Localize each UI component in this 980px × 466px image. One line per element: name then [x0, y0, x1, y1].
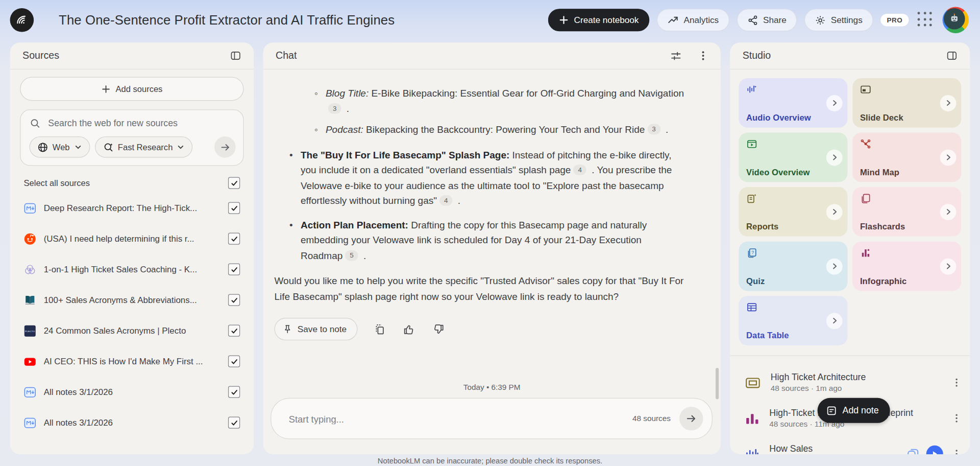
note-add-icon [826, 405, 837, 416]
chat-panel-title: Chat [276, 50, 297, 61]
quiz-card[interactable]: ? Quiz [739, 242, 847, 291]
copy-icon[interactable] [372, 322, 386, 336]
citation-chip[interactable]: 5 [345, 250, 358, 261]
pin-icon [282, 324, 292, 334]
chevron-right-icon[interactable] [826, 258, 843, 274]
source-row[interactable]: All notes 3/1/2026 [24, 407, 240, 438]
citation-chip[interactable]: 3 [647, 124, 660, 134]
save-to-note-button[interactable]: Save to note [275, 318, 357, 340]
thumbs-down-icon[interactable] [431, 322, 445, 336]
flashcards-card[interactable]: Flashcards [852, 187, 961, 237]
web-filter-dropdown[interactable]: Web [30, 136, 90, 158]
note-row[interactable]: High Ticket Architecture 48 sources · 1m… [745, 365, 964, 401]
reddit-icon [24, 232, 36, 245]
source-row[interactable]: All notes 3/1/2026 [24, 377, 240, 407]
sources-list: Deep Research Report: The High-Tick... (… [20, 193, 243, 438]
chat-sub-bullet: Blog Title: E-Bike Bikepacking: Essentia… [314, 86, 685, 116]
chevron-right-icon[interactable] [940, 258, 957, 274]
source-checkbox[interactable] [228, 202, 240, 214]
note-row-audio[interactable]: How Sales 48 sources · [745, 436, 964, 454]
mind-map-card[interactable]: Mind Map [852, 133, 961, 182]
interactive-mode-icon[interactable] [906, 447, 920, 454]
chat-scrollbar[interactable] [716, 368, 719, 399]
thumbs-up-icon[interactable] [402, 322, 416, 336]
citation-chip[interactable]: 3 [328, 103, 341, 113]
source-checkbox[interactable] [228, 233, 240, 245]
reports-card[interactable]: Reports [739, 187, 847, 237]
share-icon [747, 15, 758, 26]
chevron-right-icon[interactable] [826, 204, 843, 220]
infographic-icon [860, 247, 955, 259]
chevron-right-icon[interactable] [940, 149, 957, 166]
search-submit-button[interactable] [214, 136, 236, 158]
source-checkbox[interactable] [228, 294, 240, 306]
collapse-studio-panel-icon[interactable] [944, 48, 960, 64]
infographic-card[interactable]: Infographic [852, 242, 961, 291]
collapse-sources-panel-icon[interactable] [228, 48, 244, 64]
chevron-right-icon[interactable] [826, 95, 843, 111]
settings-button[interactable]: Settings [804, 9, 873, 31]
notebooklm-app: The One-Sentence Profit Extractor and AI… [0, 0, 980, 466]
add-sources-button[interactable]: Add sources [20, 77, 243, 101]
studio-panel-title: Studio [743, 50, 771, 61]
svg-text:?: ? [751, 250, 754, 255]
app-header: The One-Sentence Profit Extractor and AI… [0, 0, 980, 40]
source-checkbox[interactable] [228, 386, 240, 398]
source-row[interactable]: AI CEO: THIS is How I'd Make My First ..… [24, 346, 240, 377]
video-overview-card[interactable]: Video Overview [739, 133, 847, 182]
source-checkbox[interactable] [228, 356, 240, 367]
google-apps-icon[interactable] [916, 11, 935, 30]
user-avatar[interactable] [943, 7, 969, 33]
select-all-checkbox[interactable] [228, 177, 240, 189]
waveform-icon [745, 447, 760, 454]
play-audio-button[interactable] [926, 446, 943, 454]
notebook-title[interactable]: The One-Sentence Profit Extractor and AI… [59, 12, 541, 27]
create-notebook-button[interactable]: Create notebook [548, 9, 649, 31]
chevron-right-icon[interactable] [940, 204, 957, 220]
reports-icon [746, 193, 841, 204]
web-search-box: Web Fast Research [20, 109, 243, 166]
source-checkbox[interactable] [228, 325, 240, 337]
flashcards-icon [860, 193, 955, 204]
source-checkbox[interactable] [228, 264, 240, 275]
chat-more-menu-icon[interactable] [696, 48, 710, 63]
chevron-right-icon[interactable] [826, 149, 843, 166]
slide-deck-card[interactable]: Slide Deck [852, 78, 961, 128]
sparkle-search-icon [103, 142, 113, 152]
message-actions: Save to note [275, 318, 686, 340]
venn-site-icon [24, 263, 36, 275]
chat-date-divider: Today • 6:39 PM [263, 379, 721, 398]
chat-bullet: Action Plan Placement: Drafting the copy… [289, 218, 685, 264]
chat-settings-tune-icon[interactable] [668, 47, 684, 64]
notebooklm-note-icon [24, 202, 36, 214]
share-button[interactable]: Share [737, 9, 797, 31]
source-row[interactable]: 100+ Sales Acronyms & Abbreviations... [24, 285, 240, 315]
chat-sub-bullet-list: Blog Title: E-Bike Bikepacking: Essentia… [314, 86, 685, 137]
citation-chip[interactable]: 4 [573, 165, 586, 175]
add-note-button[interactable]: Add note [818, 398, 890, 423]
source-row[interactable]: (USA) I need help determining if this r.… [24, 223, 240, 254]
chat-closing-question: Would you like me to help you write the … [275, 273, 686, 304]
chat-input[interactable] [287, 413, 624, 425]
send-message-button[interactable] [679, 407, 703, 431]
source-checkbox[interactable] [228, 417, 240, 429]
note-more-menu-icon[interactable] [949, 376, 964, 390]
note-more-menu-icon[interactable] [949, 447, 964, 454]
web-search-input[interactable] [47, 118, 236, 129]
chevron-down-icon [177, 143, 185, 151]
citation-chip[interactable]: 4 [439, 195, 453, 206]
plus-icon [559, 15, 569, 25]
chat-sources-count: 48 sources [632, 414, 671, 423]
audio-overview-card[interactable]: Audio Overview [739, 78, 847, 128]
notebooklm-logo-icon[interactable] [10, 8, 34, 32]
source-row[interactable]: PLECTO 24 Common Sales Acronyms | Plecto [24, 315, 240, 346]
data-table-card[interactable]: Data Table [739, 296, 847, 345]
chevron-right-icon[interactable] [826, 313, 843, 329]
analytics-button[interactable]: Analytics [657, 9, 729, 31]
source-row[interactable]: 1-on-1 High Ticket Sales Coaching - K... [24, 254, 240, 285]
research-mode-dropdown[interactable]: Fast Research [95, 136, 193, 158]
chevron-right-icon[interactable] [940, 95, 957, 111]
note-more-menu-icon[interactable] [949, 411, 964, 425]
plecto-icon: PLECTO [24, 324, 36, 337]
source-row[interactable]: Deep Research Report: The High-Tick... [24, 193, 240, 223]
